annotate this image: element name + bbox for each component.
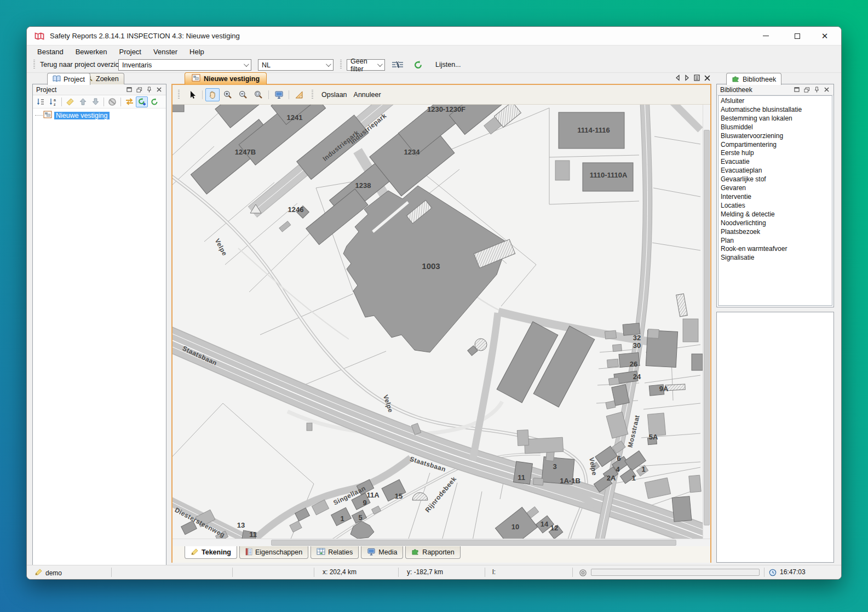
library-item[interactable]: Eerste hulp: [721, 149, 832, 158]
building-label: 30: [633, 341, 641, 350]
facility-icon: [192, 74, 200, 83]
toolbar-grip[interactable]: [178, 90, 180, 100]
bottom-tab-media[interactable]: Media: [361, 546, 403, 559]
block-icon[interactable]: [106, 96, 118, 107]
tab-list-icon[interactable]: [694, 75, 700, 81]
panel-maximize-icon[interactable]: [124, 85, 134, 94]
panel-restore-icon[interactable]: [802, 85, 812, 94]
scrollbar-thumb[interactable]: [704, 130, 710, 525]
move-up-icon[interactable]: [77, 96, 89, 107]
library-item[interactable]: Locaties: [721, 202, 832, 210]
inventory-select[interactable]: Inventaris: [118, 59, 251, 71]
menu-item-help[interactable]: Help: [183, 48, 210, 56]
library-item[interactable]: Compartimentering: [721, 141, 832, 150]
bottom-tab-relaties[interactable]: Relaties: [311, 546, 359, 559]
project-panel-header: Project: [33, 84, 166, 95]
filter-icon[interactable]: [392, 60, 404, 69]
building-label: 1: [631, 474, 635, 482]
puzzle-icon: [732, 75, 740, 84]
bottom-tab-tekening[interactable]: Tekening: [185, 546, 237, 559]
panel-close-icon[interactable]: [821, 85, 831, 94]
pointer-icon[interactable]: [185, 88, 199, 101]
library-item[interactable]: Rook-en warmteafvoer: [721, 245, 832, 254]
monitor-icon[interactable]: [272, 88, 286, 101]
refresh-icon[interactable]: [148, 96, 160, 107]
library-item[interactable]: Bestemming van lokalen: [721, 115, 832, 123]
scrollbar-thumb[interactable]: [271, 540, 676, 546]
refresh-add-icon[interactable]: [136, 96, 148, 107]
library-item[interactable]: Bluswatervoorziening: [721, 132, 832, 141]
bottom-tab-rapporten[interactable]: Rapporten: [405, 546, 460, 559]
set-square-icon[interactable]: [292, 88, 306, 101]
library-item[interactable]: Afsluiter: [721, 97, 832, 106]
horizontal-scrollbar[interactable]: [173, 539, 710, 546]
hand-icon[interactable]: [205, 88, 220, 101]
panel-maximize-icon[interactable]: [792, 85, 802, 94]
library-item[interactable]: Automatische blusinstallatie: [721, 106, 832, 115]
sort-alpha-icon[interactable]: az: [47, 96, 59, 107]
refresh-icon[interactable]: [413, 60, 423, 70]
menu-item-bewerken[interactable]: Bewerken: [70, 48, 113, 56]
close-button[interactable]: ✕: [815, 27, 834, 45]
reports-icon: [411, 548, 419, 557]
library-panel: Bibliotheek AfsluiterAutomatische blusin…: [716, 84, 834, 307]
zoom-in-icon[interactable]: [221, 88, 235, 101]
toolbar-grip[interactable]: [312, 90, 313, 100]
swap-icon[interactable]: [123, 96, 135, 107]
progress-bar: [591, 569, 760, 576]
vertical-scrollbar[interactable]: [703, 105, 710, 539]
menu-item-venster[interactable]: Venster: [147, 48, 183, 56]
close-tab-icon[interactable]: [704, 75, 710, 81]
building-label: 5: [358, 513, 362, 522]
menu-item-bestand[interactable]: Bestand: [31, 48, 70, 56]
building-label: 9: [363, 499, 366, 507]
prev-tab-icon[interactable]: [675, 75, 680, 81]
chevron-down-icon: [244, 61, 249, 67]
library-item[interactable]: Blusmiddel: [721, 123, 832, 132]
language-select[interactable]: NL: [258, 59, 334, 71]
lists-button[interactable]: Lijsten...: [433, 59, 463, 70]
bottom-tab-eigenschappen[interactable]: Eigenschappen: [239, 546, 308, 559]
svg-text:z: z: [54, 102, 56, 106]
panel-pin-icon[interactable]: [812, 85, 821, 94]
map-canvas[interactable]: 12411247B1238123412461230-1230F1114-1116…: [173, 105, 703, 539]
filter-select[interactable]: Geen filter: [347, 59, 385, 71]
back-to-project-button[interactable]: Terug naar project overzicht: [38, 59, 127, 70]
library-item[interactable]: Noodverlichting: [721, 219, 832, 228]
tab-project[interactable]: Project: [47, 73, 90, 85]
library-item[interactable]: Melding & detectie: [721, 210, 832, 219]
library-item[interactable]: Signalisatie: [721, 254, 832, 262]
project-panel: Project az Nieuwe vestiging: [32, 84, 166, 566]
tab-bibliotheek[interactable]: Bibliotheek: [726, 73, 781, 85]
toolbar-grip[interactable]: [340, 60, 342, 70]
zoom-extent-icon[interactable]: [251, 88, 266, 101]
toolbar-grip[interactable]: [33, 60, 35, 70]
panel-pin-icon[interactable]: [144, 85, 154, 94]
library-item[interactable]: Evacuatieplan: [721, 167, 832, 175]
save-button[interactable]: Opslaan: [319, 91, 350, 99]
sort-order-icon[interactable]: [35, 96, 47, 107]
next-tab-icon[interactable]: [685, 75, 689, 81]
panel-close-icon[interactable]: [154, 85, 164, 94]
library-item[interactable]: Plaatsbezoek: [721, 228, 832, 237]
menu-item-project[interactable]: Project: [113, 48, 147, 56]
pencil-icon: [191, 548, 199, 557]
tag-icon[interactable]: [64, 96, 76, 107]
minimize-button[interactable]: [756, 27, 775, 45]
cancel-button[interactable]: Annuleer: [351, 91, 384, 99]
library-item[interactable]: Evacuatie: [721, 158, 832, 167]
move-down-icon[interactable]: [89, 96, 101, 107]
document-tab-nieuwe-vestiging[interactable]: Nieuwe vestiging: [185, 72, 267, 84]
locate-icon[interactable]: [579, 569, 587, 579]
map-toolbar: Opslaan Annuleer: [173, 85, 710, 105]
library-item[interactable]: Interventie: [721, 193, 832, 202]
zoom-out-icon[interactable]: [236, 88, 250, 101]
library-item[interactable]: Gevaarlijke stof: [721, 175, 832, 184]
maximize-button[interactable]: [788, 27, 807, 45]
building-label: 3: [553, 462, 556, 471]
library-item[interactable]: Gevaren: [721, 184, 832, 193]
library-item[interactable]: Plan: [721, 237, 832, 245]
separator: [120, 98, 121, 106]
tree-item-nieuwe-vestiging[interactable]: Nieuwe vestiging: [35, 111, 166, 120]
panel-restore-icon[interactable]: [134, 85, 144, 94]
